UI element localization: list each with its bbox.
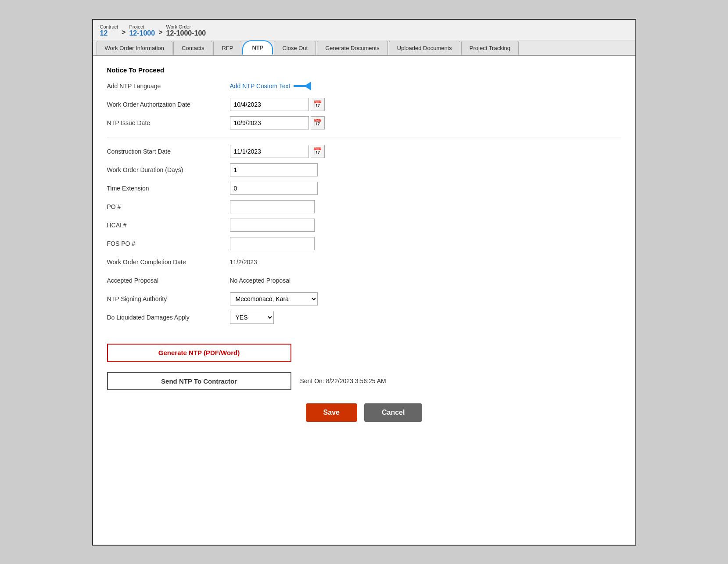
date-wrapper-ntp: 📅: [230, 116, 621, 129]
work-order-duration-input[interactable]: [230, 163, 318, 176]
tabs-bar: Work Order Information Contacts RFP NTP …: [93, 40, 635, 56]
construction-start-date-field: 📅: [230, 145, 621, 158]
arrow-icon: [294, 82, 311, 90]
breadcrumb: Contract 12 > Project 12-1000 > Work Ord…: [93, 20, 635, 40]
contract-label: Contract: [100, 24, 118, 29]
send-ntp-button[interactable]: Send NTP To Contractor: [107, 372, 291, 390]
date-wrapper-auth: 📅: [230, 98, 621, 111]
ntp-issue-date-label: NTP Issue Date: [107, 119, 230, 126]
calendar-icon-construction[interactable]: 📅: [311, 145, 325, 158]
fos-po-row: FOS PO #: [107, 237, 621, 251]
contract-breadcrumb: Contract 12: [100, 24, 118, 37]
tab-rfp[interactable]: RFP: [213, 41, 241, 55]
project-label: Project: [129, 24, 155, 29]
calendar-icon-auth[interactable]: 📅: [311, 98, 325, 111]
ntp-issue-date-input[interactable]: [230, 116, 309, 129]
hcai-field: [230, 219, 621, 232]
work-order-auth-date-label: Work Order Authorization Date: [107, 101, 230, 108]
accepted-proposal-label: Accepted Proposal: [107, 277, 230, 284]
date-wrapper-construction: 📅: [230, 145, 621, 158]
work-order-completion-row: Work Order Completion Date 11/2/2023: [107, 255, 621, 269]
workorder-breadcrumb: Work Order 12-1000-100: [166, 24, 206, 37]
fos-po-input[interactable]: [230, 237, 315, 250]
section-title: Notice To Proceed: [107, 66, 621, 74]
add-ntp-custom-text-link[interactable]: Add NTP Custom Text: [230, 82, 621, 90]
hcai-label: HCAI #: [107, 222, 230, 229]
ntp-signing-authority-field: Mecomonaco, Kara: [230, 292, 621, 305]
content-area: Notice To Proceed Add NTP Language Add N…: [93, 56, 635, 545]
po-field: [230, 200, 621, 213]
generate-ntp-button[interactable]: Generate NTP (PDF/Word): [107, 344, 291, 362]
project-value[interactable]: 12-1000: [129, 29, 155, 37]
tab-generate-documents[interactable]: Generate Documents: [317, 41, 388, 55]
send-ntp-row: Send NTP To Contractor Sent On: 8/22/202…: [107, 372, 621, 390]
breadcrumb-arrow-1: >: [122, 29, 126, 37]
bottom-actions: Save Cancel: [107, 403, 621, 431]
sent-on-info: Sent On: 8/22/2023 3:56:25 AM: [300, 377, 386, 384]
project-breadcrumb: Project 12-1000: [129, 24, 155, 37]
construction-start-date-row: Construction Start Date 📅: [107, 144, 621, 158]
workorder-value: 12-1000-100: [166, 29, 206, 37]
accepted-proposal-row: Accepted Proposal No Accepted Proposal: [107, 273, 621, 287]
liquidated-damages-select[interactable]: YES NO: [230, 311, 274, 324]
construction-start-date-label: Construction Start Date: [107, 148, 230, 155]
generate-ntp-row: Generate NTP (PDF/Word): [107, 335, 621, 367]
fos-po-label: FOS PO #: [107, 240, 230, 247]
add-ntp-custom-text-value: Add NTP Custom Text: [230, 82, 621, 90]
tab-project-tracking[interactable]: Project Tracking: [461, 41, 519, 55]
add-ntp-language-row: Add NTP Language Add NTP Custom Text: [107, 79, 621, 93]
po-row: PO #: [107, 200, 621, 214]
ntp-signing-authority-select[interactable]: Mecomonaco, Kara: [230, 292, 318, 305]
calendar-icon-ntp[interactable]: 📅: [311, 116, 325, 129]
tab-uploaded-documents[interactable]: Uploaded Documents: [389, 41, 460, 55]
construction-start-date-input[interactable]: [230, 145, 309, 158]
save-button[interactable]: Save: [306, 403, 357, 422]
liquidated-damages-row: Do Liquidated Damages Apply YES NO: [107, 310, 621, 324]
tab-contacts[interactable]: Contacts: [173, 41, 212, 55]
workorder-label: Work Order: [166, 24, 206, 29]
work-order-auth-date-field: 📅: [230, 98, 621, 111]
time-extension-label: Time Extension: [107, 185, 230, 192]
work-order-duration-label: Work Order Duration (Days): [107, 166, 230, 173]
work-order-duration-row: Work Order Duration (Days): [107, 163, 621, 177]
po-label: PO #: [107, 203, 230, 210]
divider-1: [107, 137, 621, 137]
ntp-signing-authority-row: NTP Signing Authority Mecomonaco, Kara: [107, 292, 621, 306]
work-order-completion-value: 11/2/2023: [230, 259, 621, 266]
time-extension-input[interactable]: [230, 182, 318, 195]
contract-value[interactable]: 12: [100, 29, 118, 37]
ntp-issue-date-row: NTP Issue Date 📅: [107, 116, 621, 130]
time-extension-row: Time Extension: [107, 181, 621, 195]
hcai-input[interactable]: [230, 219, 315, 232]
liquidated-damages-label: Do Liquidated Damages Apply: [107, 314, 230, 321]
work-order-auth-date-input[interactable]: [230, 98, 309, 111]
accepted-proposal-value: No Accepted Proposal: [230, 277, 621, 284]
cancel-button[interactable]: Cancel: [364, 403, 422, 422]
add-ntp-custom-text-label: Add NTP Custom Text: [230, 83, 290, 90]
po-input[interactable]: [230, 200, 315, 213]
tab-close-out[interactable]: Close Out: [274, 41, 316, 55]
fos-po-field: [230, 237, 621, 250]
breadcrumb-arrow-2: >: [158, 29, 162, 37]
tab-work-order-information[interactable]: Work Order Information: [97, 41, 173, 55]
liquidated-damages-field: YES NO: [230, 311, 621, 324]
work-order-auth-date-row: Work Order Authorization Date 📅: [107, 97, 621, 111]
ntp-issue-date-field: 📅: [230, 116, 621, 129]
time-extension-field: [230, 182, 621, 195]
ntp-signing-authority-label: NTP Signing Authority: [107, 295, 230, 302]
work-order-completion-label: Work Order Completion Date: [107, 259, 230, 266]
hcai-row: HCAI #: [107, 218, 621, 232]
work-order-duration-field: [230, 163, 621, 176]
tab-ntp[interactable]: NTP: [242, 40, 273, 55]
add-ntp-language-label: Add NTP Language: [107, 83, 230, 90]
